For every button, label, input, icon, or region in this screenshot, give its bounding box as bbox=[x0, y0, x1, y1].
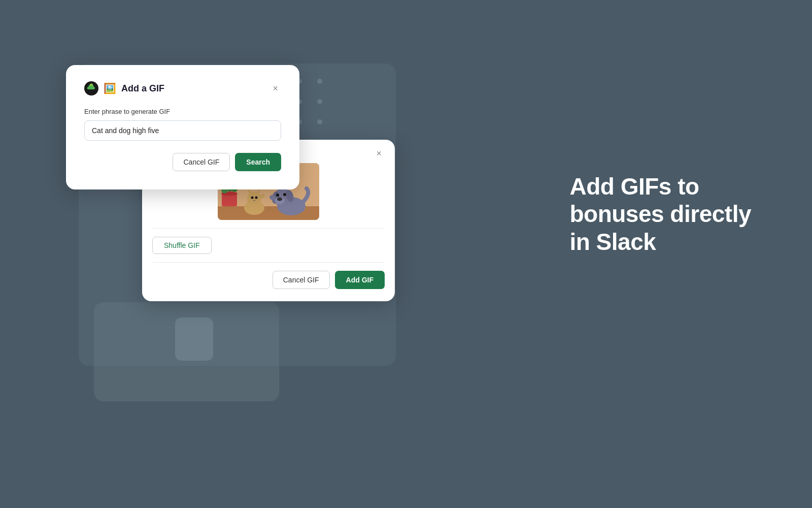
tagline-line1: Add GIFs to bbox=[569, 173, 699, 200]
dialog-title: Add a GIF bbox=[121, 83, 164, 94]
svg-point-14 bbox=[251, 197, 254, 199]
result-dialog-actions: Cancel GIF Add GIF bbox=[142, 271, 395, 301]
shuffle-gif-button[interactable]: Shuffle GIF bbox=[152, 237, 212, 254]
svg-point-1 bbox=[90, 84, 93, 86]
dialog-title-row: 🖼️ Add a GIF bbox=[84, 81, 164, 96]
divider-top bbox=[152, 228, 385, 229]
bonsai-logo bbox=[84, 81, 98, 96]
shuffle-section: Shuffle GIF bbox=[142, 237, 395, 258]
gif-emoji: 🖼️ bbox=[104, 82, 116, 94]
tagline-section: Add GIFs to bonuses directly in Slack bbox=[569, 173, 751, 256]
tagline-text: Add GIFs to bonuses directly in Slack bbox=[569, 173, 751, 256]
result-close-button[interactable]: × bbox=[373, 148, 385, 159]
add-gif-button[interactable]: Add GIF bbox=[335, 271, 385, 289]
bg-card-small bbox=[94, 302, 279, 401]
result-cancel-gif-button[interactable]: Cancel GIF bbox=[273, 271, 330, 289]
svg-point-23 bbox=[276, 194, 279, 197]
close-button[interactable]: × bbox=[269, 83, 281, 94]
tagline-line3: in Slack bbox=[569, 229, 656, 255]
phrase-label: Enter phrase to generate GIF bbox=[84, 108, 281, 115]
cancel-gif-button[interactable]: Cancel GIF bbox=[173, 153, 230, 171]
search-button[interactable]: Search bbox=[235, 153, 281, 171]
svg-point-15 bbox=[255, 197, 258, 199]
dialog-header: 🖼️ Add a GIF × bbox=[84, 81, 281, 96]
svg-point-24 bbox=[283, 193, 286, 196]
svg-point-11 bbox=[247, 192, 261, 206]
phrase-input[interactable] bbox=[84, 120, 281, 141]
divider-bottom bbox=[152, 262, 385, 263]
svg-point-22 bbox=[277, 198, 282, 201]
bg-card-small-inner bbox=[175, 318, 213, 361]
tagline-line2: bonuses directly bbox=[569, 201, 751, 227]
add-gif-search-dialog: 🖼️ Add a GIF × Enter phrase to generate … bbox=[66, 65, 299, 189]
search-dialog-actions: Cancel GIF Search bbox=[84, 153, 281, 171]
